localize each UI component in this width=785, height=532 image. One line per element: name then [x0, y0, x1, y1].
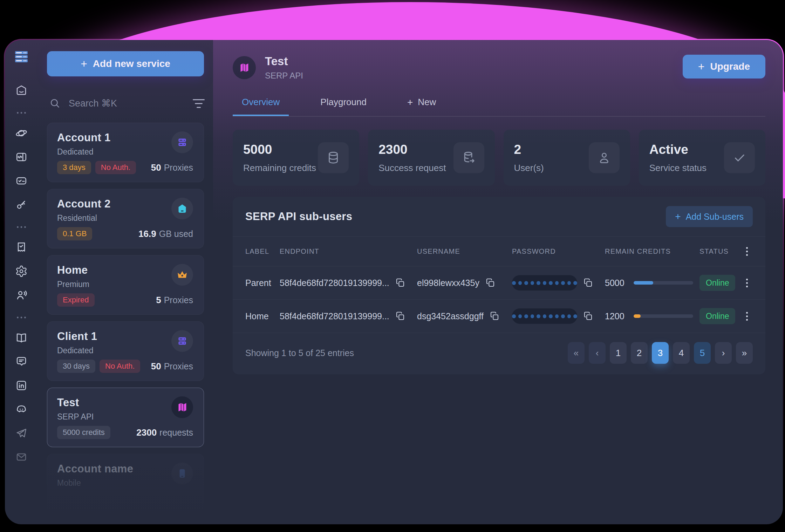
card-subtitle: Dedicated: [57, 346, 97, 355]
page-5-button[interactable]: 5: [694, 342, 711, 364]
col-status: STATUS: [699, 247, 741, 255]
card-subtitle: SERP API: [57, 412, 94, 422]
plus-icon: +: [698, 61, 705, 72]
tab-overview[interactable]: Overview: [233, 95, 289, 116]
panel-title: SERP API sub-users: [245, 210, 352, 223]
service-card-client-1[interactable]: Client 1 Dedicated 30 days No Auth. 50Pr…: [47, 321, 204, 381]
add-new-service-label: Add new service: [93, 58, 170, 69]
card-title: Account 2: [57, 198, 111, 210]
page-last-button[interactable]: »: [736, 342, 753, 364]
card-title: Client 1: [57, 330, 97, 343]
service-card-account-1[interactable]: Account 1 Dedicated 3 days No Auth. 50Pr…: [47, 123, 204, 182]
table-row: Home 58f4de68fd728019139999... dsg3452as…: [233, 300, 765, 333]
copy-icon[interactable]: [395, 311, 405, 321]
remain-credits: 1200: [605, 311, 699, 321]
database-icon: [318, 142, 349, 173]
table-row: Parent 58f4de68fd728019139999... el998le…: [233, 266, 765, 300]
subusers-panel: SERP API sub-users + Add Sub-users LABEL…: [233, 197, 765, 374]
docs-book-icon[interactable]: [14, 330, 29, 346]
settings-gear-icon[interactable]: [14, 264, 29, 279]
badge: 3 days: [57, 161, 91, 174]
copy-icon[interactable]: [485, 278, 496, 288]
page-1-button[interactable]: 1: [610, 342, 627, 364]
app-logo-icon[interactable]: [14, 49, 29, 64]
page-2-button[interactable]: 2: [631, 342, 648, 364]
add-sub-users-button[interactable]: + Add Sub-users: [666, 206, 753, 227]
cell-username: dsg3452assdggff: [417, 311, 484, 321]
discord-icon[interactable]: [14, 402, 29, 417]
copy-icon[interactable]: [395, 278, 405, 288]
map-icon: [238, 61, 251, 74]
telegram-icon[interactable]: [14, 425, 29, 441]
mail-icon[interactable]: [14, 449, 29, 465]
entries-summary: Showing 1 to 5 of 25 entries: [245, 348, 354, 358]
table-footer: Showing 1 to 5 of 25 entries « ‹ 1 2 3 4…: [233, 333, 765, 374]
col-endpoint: ENDPOINT: [280, 247, 417, 255]
search-input[interactable]: [69, 98, 193, 109]
password-masked: [512, 275, 577, 291]
password-masked: [512, 308, 577, 324]
stat-users: 2 User(s): [504, 130, 630, 186]
copy-icon[interactable]: [583, 278, 593, 288]
plus-icon: +: [675, 212, 681, 221]
kebab-menu-icon[interactable]: [741, 247, 753, 256]
tasks-icon[interactable]: [14, 173, 29, 189]
cell-label: Home: [245, 311, 280, 321]
search-bar: [49, 97, 202, 109]
plus-icon: +: [81, 58, 87, 69]
receipt-icon[interactable]: [14, 240, 29, 255]
home-icon: [171, 198, 193, 219]
service-card-test[interactable]: Test SERP API 5000 credits 2300requests: [47, 388, 204, 447]
badge: 5000 credits: [57, 426, 110, 439]
stat-remaining-credits: 5000 Remaining credits: [233, 130, 359, 186]
card-subtitle: Dedicated: [57, 147, 111, 157]
stat-success-request: 2300 Success request: [368, 130, 494, 186]
more-icon[interactable]: [14, 109, 29, 116]
more-icon[interactable]: [14, 314, 29, 321]
crown-icon: [171, 264, 193, 286]
pagination: « ‹ 1 2 3 4 5 › »: [568, 342, 753, 364]
more-icon[interactable]: [14, 224, 29, 231]
page-next-button[interactable]: ›: [715, 342, 732, 364]
service-card-account-2[interactable]: Account 2 Residential 0.1 GB 16.9GB used: [47, 189, 204, 248]
search-icon: [49, 97, 61, 109]
col-username: USERNAME: [417, 247, 512, 255]
cell-label: Parent: [245, 278, 280, 288]
database-arrow-icon: [453, 142, 484, 173]
copy-icon[interactable]: [489, 311, 500, 321]
chat-icon[interactable]: [14, 354, 29, 369]
copy-icon[interactable]: [583, 311, 593, 321]
service-card-home[interactable]: Home Premium Expired 5Proxies: [47, 255, 204, 315]
page-4-button[interactable]: 4: [673, 342, 690, 364]
kebab-menu-icon[interactable]: [741, 312, 753, 321]
upgrade-button[interactable]: + Upgrade: [683, 55, 765, 79]
code-window-icon[interactable]: [14, 149, 29, 165]
referral-user-icon[interactable]: [14, 287, 29, 303]
credits-progress: [634, 314, 693, 318]
check-icon: [724, 142, 755, 173]
page-subtitle: SERP API: [265, 71, 303, 81]
card-title: Test: [57, 396, 94, 409]
page-prev-button[interactable]: ‹: [589, 342, 606, 364]
tab-bar: Overview Playground +New: [233, 95, 765, 117]
kebab-menu-icon[interactable]: [741, 279, 753, 287]
service-card-account-name[interactable]: Account name Mobile: [47, 454, 204, 513]
table-header: LABEL ENDPOINT USERNAME PASSWORD REMAIN …: [233, 236, 765, 266]
icon-rail: [5, 40, 38, 524]
stats-row: 5000 Remaining credits 2300 Success requ…: [233, 130, 765, 186]
page-3-button[interactable]: 3: [652, 342, 669, 364]
add-new-service-button[interactable]: + Add new service: [47, 51, 204, 76]
tab-new[interactable]: +New: [398, 95, 445, 116]
tab-playground[interactable]: Playground: [311, 95, 376, 116]
home-icon[interactable]: [14, 83, 29, 98]
key-icon[interactable]: [14, 197, 29, 212]
filter-icon[interactable]: [193, 99, 205, 108]
linkedin-icon[interactable]: [14, 378, 29, 393]
app-window: + Add new service Account 1 Dedicated: [5, 40, 783, 524]
phone-icon: [171, 463, 193, 484]
service-avatar: [233, 56, 256, 79]
page-first-button[interactable]: «: [568, 342, 585, 364]
planet-icon[interactable]: [14, 125, 29, 141]
server-icon: [171, 330, 193, 352]
page-title: Test: [265, 55, 303, 68]
